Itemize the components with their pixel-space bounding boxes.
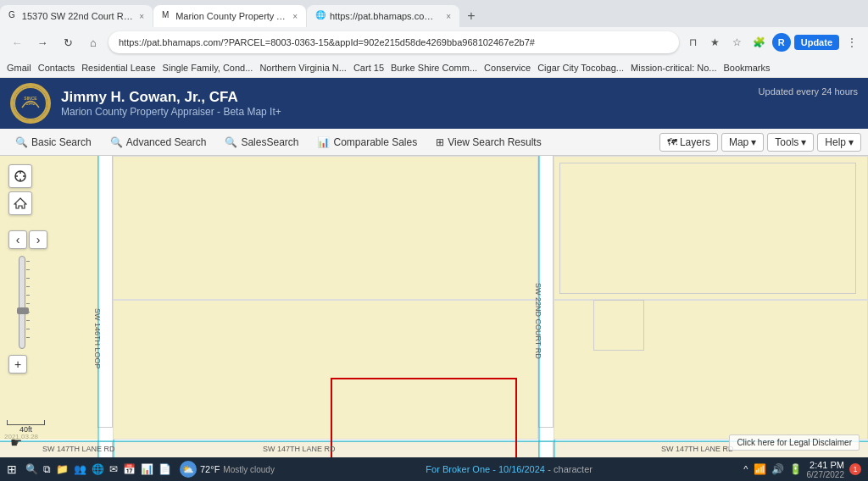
- sw147-label-mid: SW 147TH LANE RD: [263, 445, 336, 453]
- layers-button[interactable]: 🗺 Layers: [659, 133, 718, 152]
- sw22-court-label: SW 22ND COURT RD: [534, 283, 542, 359]
- help-chevron-icon: ▾: [849, 136, 854, 148]
- zoom-handle[interactable]: [17, 307, 29, 314]
- nav-basic-search-label: Basic Search: [31, 136, 92, 148]
- address-input[interactable]: [108, 31, 679, 53]
- zoom-slider[interactable]: [19, 256, 25, 349]
- bookmark-icon[interactable]: ★: [706, 33, 725, 52]
- menu-button[interactable]: ⋮: [843, 33, 861, 52]
- address-bar-row: ← → ↻ ⌂ ⊓ ★ ☆ 🧩 R Update ⋮: [0, 27, 868, 58]
- zoom-tick: [26, 320, 30, 321]
- windows-start-button[interactable]: ⊞: [7, 462, 17, 476]
- taskbar-pdf-icon[interactable]: 📄: [159, 463, 171, 475]
- tab-2[interactable]: M Marion County Property Apprais... ×: [153, 5, 306, 27]
- tools-button[interactable]: Tools ▾: [767, 133, 814, 152]
- reload-button[interactable]: ↻: [58, 32, 78, 53]
- disclaimer-button[interactable]: Click here for Legal Disclaimer: [729, 434, 860, 451]
- bm-contacts[interactable]: Contacts: [38, 63, 75, 73]
- zoom-tick: [26, 303, 30, 304]
- nav-comparable-sales[interactable]: 📊 Comparable Sales: [309, 133, 426, 152]
- taskbar-file-icon[interactable]: 📁: [56, 463, 69, 475]
- nav-advanced-search[interactable]: 🔍 Advanced Search: [102, 133, 215, 152]
- taskbar-search-icon[interactable]: 🔍: [25, 463, 38, 475]
- bm-cigar[interactable]: Cigar City Tocobag...: [537, 63, 624, 73]
- map-button[interactable]: Map ▾: [721, 133, 764, 152]
- back-button[interactable]: ←: [7, 32, 27, 53]
- taskbar-mail-icon[interactable]: ✉: [109, 463, 118, 475]
- map-container[interactable]: SW 146TH LOOP SW 22ND COURT RD SW 147TH …: [0, 156, 868, 457]
- zoom-tick: [26, 295, 30, 296]
- cast-icon[interactable]: ⊓: [684, 33, 703, 52]
- tab-1[interactable]: G 15370 SW 22nd Court Rd - Goog... ×: [0, 5, 153, 27]
- header-update: Updated every 24 hours: [759, 86, 858, 97]
- parcel-top-mid: [113, 156, 538, 300]
- selected-parcel[interactable]: [331, 378, 517, 457]
- bm-single-family[interactable]: Single Family, Cond...: [163, 63, 253, 73]
- nav-basic-search[interactable]: 🔍 Basic Search: [7, 133, 100, 152]
- taskbar-calendar-icon[interactable]: 📅: [123, 463, 136, 475]
- tray-wifi-icon[interactable]: 📶: [754, 463, 766, 475]
- zoom-tick: [26, 312, 30, 313]
- taskbar-teams-icon[interactable]: 👥: [74, 463, 86, 475]
- sw147-label-right: SW 147TH LANE RD: [661, 445, 734, 453]
- map-controls: [8, 164, 32, 215]
- sw147-label-left: SW 147TH LANE RD: [42, 445, 115, 453]
- bm-lease[interactable]: Residential Lease: [81, 63, 155, 73]
- bm-bookmarks[interactable]: Bookmarks: [724, 63, 771, 73]
- taskbar-excel-icon[interactable]: 📊: [141, 463, 153, 475]
- extension-icon[interactable]: 🧩: [750, 33, 769, 52]
- help-button[interactable]: Help ▾: [817, 133, 861, 152]
- layers-label: Layers: [680, 136, 710, 148]
- tab2-title: Marion County Property Apprais...: [175, 11, 287, 21]
- home-icon: [14, 196, 27, 210]
- tray-volume-icon[interactable]: 🔊: [771, 463, 784, 475]
- tab-3[interactable]: 🌐 https://pat.bhamaps.com/?PARC... ×: [307, 5, 459, 27]
- bookmark-add-icon[interactable]: ☆: [728, 33, 747, 52]
- home-button[interactable]: ⌂: [83, 32, 103, 53]
- bm-nova[interactable]: Northern Virginia N...: [259, 63, 347, 73]
- nav-view-results-label: View Search Results: [448, 136, 542, 148]
- header-logo: SINCE 1942: [10, 83, 51, 124]
- app-header: SINCE 1942 Jimmy H. Cowan, Jr., CFA Mari…: [0, 78, 868, 129]
- weather-condition: Mostly cloudy: [223, 465, 275, 474]
- profile-icon[interactable]: R: [772, 33, 791, 52]
- clock-display[interactable]: 2:41 PM 6/27/2022: [807, 460, 845, 479]
- home-map-button[interactable]: [8, 191, 32, 215]
- notification-badge[interactable]: 1: [849, 463, 861, 475]
- tray-battery-icon[interactable]: 🔋: [789, 463, 802, 475]
- next-button[interactable]: ›: [29, 230, 47, 249]
- nav-sales-search[interactable]: 🔍 SalesSearch: [216, 133, 307, 152]
- prev-next-nav: ‹ ›: [8, 230, 47, 249]
- tab2-close[interactable]: ×: [292, 12, 298, 21]
- broker-text: For Broker One - 10/16/2024: [426, 464, 545, 474]
- block-right-top: [559, 163, 856, 294]
- prev-button[interactable]: ‹: [8, 230, 27, 249]
- tab3-favicon: 🌐: [315, 10, 326, 22]
- crosshair-button[interactable]: [8, 164, 32, 188]
- chart-icon: 📊: [317, 136, 330, 148]
- bm-conservice[interactable]: Conservice: [484, 63, 531, 73]
- bm-cart[interactable]: Cart 15: [353, 63, 384, 73]
- road-left-accent: [97, 156, 99, 457]
- zoom-in-button[interactable]: +: [8, 355, 27, 374]
- forward-button[interactable]: →: [32, 32, 53, 53]
- search-icon-3: 🔍: [225, 136, 237, 148]
- nav-view-results[interactable]: ⊞ View Search Results: [427, 133, 550, 152]
- tools-label: Tools: [775, 136, 798, 148]
- tab-bar: G 15370 SW 22nd Court Rd - Goog... × M M…: [0, 0, 868, 27]
- taskbar-edge-icon[interactable]: 🌐: [92, 463, 104, 475]
- bm-gmail[interactable]: Gmail: [7, 63, 31, 73]
- broker-text-area: For Broker One - 10/16/2024 - character: [280, 463, 738, 475]
- map-watermark: 2021.03.28: [4, 433, 38, 440]
- bm-mission[interactable]: Mission-critical: No...: [631, 63, 716, 73]
- clock-date: 6/27/2022: [807, 470, 845, 479]
- update-button[interactable]: Update: [794, 35, 839, 50]
- tab3-close[interactable]: ×: [446, 12, 451, 21]
- browser-actions: ⊓ ★ ☆ 🧩 R Update ⋮: [684, 33, 861, 52]
- new-tab-button[interactable]: +: [460, 5, 482, 27]
- tray-up-arrow[interactable]: ^: [743, 464, 748, 474]
- bm-burke[interactable]: Burke Shire Comm...: [391, 63, 477, 73]
- weather-widget: ⛅ 72°F Mostly cloudy: [180, 461, 275, 478]
- tab1-close[interactable]: ×: [139, 12, 144, 21]
- taskbar-taskview-icon[interactable]: ⧉: [43, 463, 51, 475]
